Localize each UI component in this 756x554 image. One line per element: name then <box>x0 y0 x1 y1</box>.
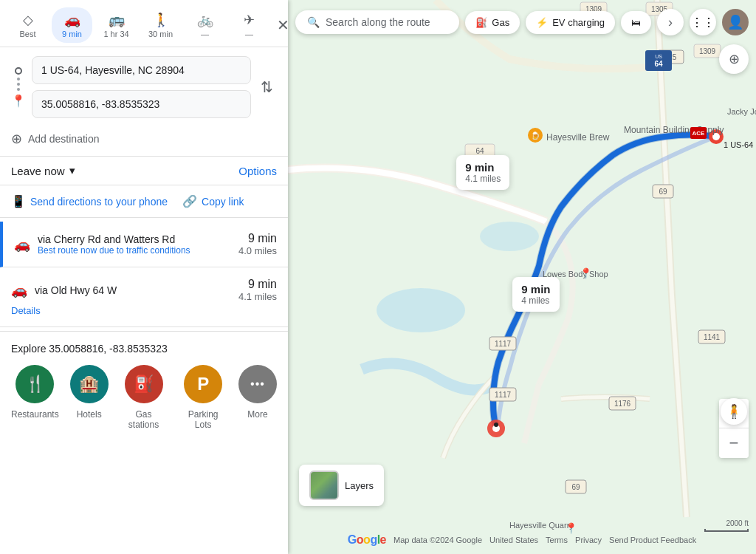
svg-text:Hayesville Brew: Hayesville Brew <box>546 132 610 143</box>
copy-link-button[interactable]: 🔗 Copy link <box>182 194 244 208</box>
car-icon: 🚗 <box>64 12 80 28</box>
scale-label: 2000 ft <box>726 519 749 527</box>
svg-text:🍺: 🍺 <box>531 131 540 140</box>
add-icon: ⊕ <box>11 131 22 147</box>
svg-point-7 <box>494 423 498 427</box>
flight-icon: ✈ <box>244 12 255 28</box>
destination-input[interactable] <box>32 90 251 118</box>
svg-text:64: 64 <box>475 147 484 155</box>
gas-pill-label: Gas <box>492 17 509 28</box>
footer-link-privacy[interactable]: Privacy <box>575 536 602 544</box>
map-toolbar: 🔍 Search along the route ⛽ Gas ⚡ EV char… <box>295 9 749 35</box>
route-connector <box>17 78 20 91</box>
route-time-dist-2: 9 min 4.1 miles <box>238 278 277 302</box>
svg-text:Jacky Jones - R: Jacky Jones - R <box>727 107 756 116</box>
explore-gas[interactable]: ⛽ Gas stations <box>120 365 168 430</box>
explore-parking[interactable]: P Parking Lots <box>179 365 227 430</box>
route-sub-1: Best route now due to traffic conditions <box>38 245 231 256</box>
mode-flight[interactable]: ✈ — <box>229 7 269 43</box>
route-car-icon-1: 🚗 <box>14 236 30 253</box>
explore-hotels[interactable]: 🏨 Hotels <box>70 365 109 430</box>
pegman-button[interactable]: 🧍 <box>721 398 747 425</box>
user-avatar[interactable]: 👤 <box>722 9 749 35</box>
more-pills-button[interactable]: › <box>657 9 684 35</box>
zoom-out-button[interactable]: − <box>719 428 749 458</box>
transit-icon: 🚌 <box>109 12 125 28</box>
svg-text:1176: 1176 <box>614 400 631 408</box>
map-scale: 2000 ft <box>704 519 749 532</box>
layers-thumbnail <box>309 471 339 500</box>
svg-text:69: 69 <box>571 483 580 491</box>
explore-restaurants[interactable]: 🍴 Restaurants <box>11 365 59 430</box>
scale-bar <box>704 529 749 532</box>
footer-link-terms[interactable]: Terms <box>546 536 568 544</box>
gas-pill-icon: ⛽ <box>475 17 487 28</box>
location-button[interactable]: ⊕ <box>719 44 749 74</box>
route-name-1: via Cherry Rd and Watters Rd <box>38 233 231 245</box>
mode-transit-label: 1 hr 34 <box>103 30 128 38</box>
info-box-2-time: 9 min <box>521 283 550 295</box>
info-box-2-dist: 4 miles <box>521 295 550 306</box>
avatar-image: 👤 <box>727 14 743 30</box>
mode-walk-label: 30 min <box>148 30 173 38</box>
restaurants-label: Restaurants <box>11 409 59 420</box>
map-copyright: Map data ©2024 Google <box>394 536 482 544</box>
svg-text:1117: 1117 <box>495 391 512 399</box>
add-destination[interactable]: ⊕ Add destination <box>0 127 288 156</box>
route-item-2[interactable]: 🚗 via Old Hwy 64 W 9 min 4.1 miles Detai… <box>0 267 288 327</box>
map-footer: Google Map data ©2024 Google United Stat… <box>288 533 756 547</box>
svg-text:1309: 1309 <box>699 47 716 55</box>
transport-bar: ◇ Best 🚗 9 min 🚌 1 hr 34 🚶 30 min 🚲 — ✈ … <box>0 0 288 47</box>
route-distance-1: 4.0 miles <box>238 245 277 256</box>
send-directions-bar: 📱 Send directions to your phone 🔗 Copy l… <box>0 185 288 218</box>
svg-text:Mountain Building Supply: Mountain Building Supply <box>624 125 724 135</box>
gas-pill[interactable]: ⛽ Gas <box>465 11 520 34</box>
mode-best[interactable]: ◇ Best <box>7 7 48 43</box>
map-search-bar[interactable]: 🔍 Search along the route <box>295 10 459 34</box>
swap-button[interactable]: ⇅ <box>257 75 277 100</box>
link-icon: 🔗 <box>182 194 197 208</box>
mode-car-label: 9 min <box>62 30 82 38</box>
svg-text:1 US-64: 1 US-64 <box>724 140 753 149</box>
footer-link-feedback[interactable]: Send Product Feedback <box>609 536 696 544</box>
route-details-link[interactable]: Details <box>11 305 41 316</box>
svg-text:US: US <box>655 54 662 59</box>
leave-now-button[interactable]: Leave now ▾ <box>11 164 75 177</box>
explore-section: Explore 35.0058816, -83.8535323 🍴 Restau… <box>0 331 288 437</box>
send-directions-label: Send directions to your phone <box>30 196 168 208</box>
google-apps-button[interactable]: ⋮⋮ <box>690 9 716 35</box>
parking-icon: P <box>184 365 222 403</box>
explore-more[interactable]: ••• More <box>238 365 277 430</box>
close-button[interactable]: ✕ <box>273 13 288 38</box>
route-info-box-2: 9 min 4 miles <box>512 277 559 312</box>
layers-button[interactable]: Layers <box>299 465 384 506</box>
mode-transit[interactable]: 🚌 1 hr 34 <box>96 7 137 43</box>
info-box-1-time: 9 min <box>465 161 501 174</box>
sleep-icon: 🛏 <box>631 17 641 28</box>
route-time-2: 9 min <box>238 278 277 291</box>
route-car-icon-2: 🚗 <box>11 282 27 298</box>
send-directions-link[interactable]: 📱 Send directions to your phone <box>11 194 168 208</box>
ev-charging-pill[interactable]: ⚡ EV charging <box>526 11 615 34</box>
mode-car[interactable]: 🚗 9 min <box>52 7 92 43</box>
route-info-box-1: 9 min 4.1 miles <box>456 155 509 190</box>
pegman-icon: 🧍 <box>726 403 742 420</box>
search-icon: 🔍 <box>307 16 320 28</box>
route-meta-2: Details <box>11 305 277 316</box>
svg-text:64: 64 <box>654 60 663 68</box>
route-time-1: 9 min <box>238 232 277 245</box>
mode-flight-label: — <box>245 30 253 38</box>
phone-icon: 📱 <box>11 194 26 208</box>
route-dots: 📍 <box>11 67 26 108</box>
copy-link-label: Copy link <box>202 196 244 208</box>
sleep-pill[interactable]: 🛏 <box>621 11 651 34</box>
origin-input[interactable] <box>32 56 251 84</box>
route-item-1[interactable]: 🚗 via Cherry Rd and Watters Rd Best rout… <box>0 222 288 267</box>
options-button[interactable]: Options <box>238 165 277 177</box>
more-label: More <box>247 409 267 420</box>
footer-link-us[interactable]: United States <box>489 536 538 544</box>
svg-text:69: 69 <box>659 188 667 196</box>
hotels-label: Hotels <box>77 409 102 420</box>
mode-bike[interactable]: 🚲 — <box>185 7 225 43</box>
mode-walk[interactable]: 🚶 30 min <box>140 7 181 43</box>
